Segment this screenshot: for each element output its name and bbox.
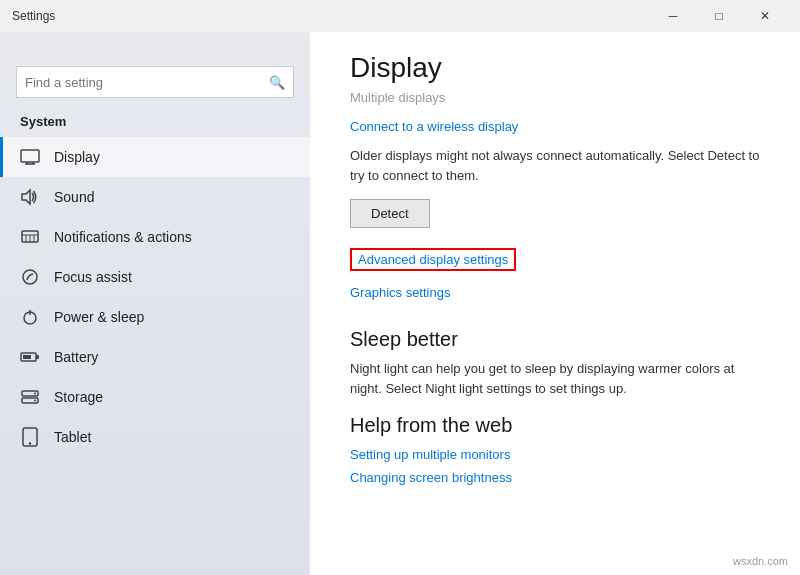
focus-icon [20, 267, 40, 287]
sidebar-header [0, 32, 310, 56]
titlebar: Settings ─ □ ✕ [0, 0, 800, 32]
advanced-display-link[interactable]: Advanced display settings [350, 248, 516, 271]
minimize-button[interactable]: ─ [650, 0, 696, 32]
battery-icon [20, 347, 40, 367]
sidebar-item-sound[interactable]: Sound [0, 177, 310, 217]
sound-icon [20, 187, 40, 207]
search-box[interactable]: 🔍 [16, 66, 294, 98]
page-title: Display [350, 52, 760, 84]
tablet-icon [20, 427, 40, 447]
display-icon [20, 147, 40, 167]
sidebar-label-power: Power & sleep [54, 309, 144, 325]
sidebar-label-focus: Focus assist [54, 269, 132, 285]
sidebar-item-notifications[interactable]: Notifications & actions [0, 217, 310, 257]
sidebar-item-power[interactable]: Power & sleep [0, 297, 310, 337]
svg-point-21 [29, 442, 31, 444]
sidebar-label-display: Display [54, 149, 100, 165]
svg-point-19 [34, 400, 36, 402]
graphics-settings-link[interactable]: Graphics settings [350, 285, 450, 300]
content-subtitle: Multiple displays [350, 90, 760, 105]
sidebar-label-battery: Battery [54, 349, 98, 365]
search-input[interactable] [25, 75, 269, 90]
sidebar-item-display[interactable]: Display [0, 137, 310, 177]
sidebar-label-notifications: Notifications & actions [54, 229, 192, 245]
sidebar-label-storage: Storage [54, 389, 103, 405]
sidebar: 🔍 System Display [0, 32, 310, 575]
svg-rect-0 [21, 150, 39, 162]
sleep-heading: Sleep better [350, 328, 760, 351]
sidebar-label-sound: Sound [54, 189, 94, 205]
svg-point-10 [23, 270, 37, 284]
detect-description: Older displays might not always connect … [350, 146, 760, 185]
sidebar-item-battery[interactable]: Battery [0, 337, 310, 377]
sidebar-item-storage[interactable]: Storage [0, 377, 310, 417]
close-button[interactable]: ✕ [742, 0, 788, 32]
svg-point-18 [34, 393, 36, 395]
sidebar-item-tablet[interactable]: Tablet [0, 417, 310, 457]
notifications-icon [20, 227, 40, 247]
svg-rect-14 [23, 355, 31, 359]
sidebar-label-tablet: Tablet [54, 429, 91, 445]
svg-rect-15 [36, 355, 39, 359]
sidebar-section-title: System [0, 110, 310, 137]
power-icon [20, 307, 40, 327]
sidebar-item-focus[interactable]: Focus assist [0, 257, 310, 297]
window-controls: ─ □ ✕ [650, 0, 788, 32]
help-heading: Help from the web [350, 414, 760, 437]
storage-icon [20, 387, 40, 407]
app-body: 🔍 System Display [0, 32, 800, 575]
search-icon: 🔍 [269, 75, 285, 90]
content-area: Display Multiple displays Connect to a w… [310, 32, 800, 575]
sleep-text: Night light can help you get to sleep by… [350, 359, 760, 398]
watermark: wsxdn.com [733, 555, 788, 567]
maximize-button[interactable]: □ [696, 0, 742, 32]
connect-wireless-link[interactable]: Connect to a wireless display [350, 119, 518, 134]
detect-button[interactable]: Detect [350, 199, 430, 228]
app-title: Settings [12, 9, 55, 23]
help-link-monitors[interactable]: Setting up multiple monitors [350, 447, 760, 462]
help-link-brightness[interactable]: Changing screen brightness [350, 470, 512, 485]
svg-marker-4 [22, 190, 30, 204]
